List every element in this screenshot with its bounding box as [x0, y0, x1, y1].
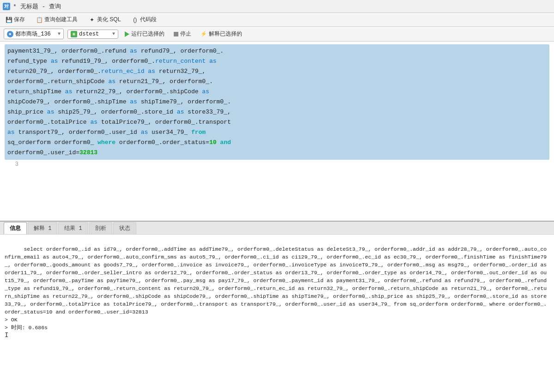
stop-icon — [174, 32, 178, 36]
database-select[interactable]: ▣ dstest ▼ — [67, 30, 118, 39]
sql-editor[interactable]: payment31_79_, orderform0_.refund as ref… — [0, 42, 554, 222]
tab-profile[interactable]: 剖析 — [89, 222, 112, 234]
line-number-3: 3 — [5, 160, 18, 169]
sql-selected-block: payment31_79_, orderform0_.refund as ref… — [5, 44, 549, 160]
db-dropdown-arrow: ▼ — [112, 31, 115, 36]
tab-result[interactable]: 结果 1 — [58, 222, 88, 234]
explain-icon: ⚡ — [201, 31, 207, 37]
server-dropdown-arrow: ▼ — [58, 31, 61, 36]
bottom-tab-bar: 信息 解释 1 结果 1 剖析 状态 — [0, 222, 554, 235]
beautify-icon: ✦ — [89, 17, 95, 23]
query-builder-icon: 📋 — [36, 17, 43, 23]
cursor-indicator: I — [5, 332, 8, 339]
play-icon — [125, 31, 129, 37]
address-bar: ■ 都市商场_136 ▼ ▣ dstest ▼ 运行已选择的 停止 ⚡ 解释已选… — [0, 27, 554, 42]
db-icon: ▣ — [71, 31, 77, 37]
log-area: select orderform0_.id as id79_, orderfor… — [0, 235, 554, 392]
log-query-text: select orderform0_.id as id79_, orderfor… — [5, 246, 550, 315]
code-block-button[interactable]: () 代码段 — [130, 15, 158, 24]
code-icon: () — [132, 17, 138, 23]
query-builder-button[interactable]: 📋 查询创建工具 — [34, 15, 79, 24]
line-3: 3 — [5, 160, 549, 169]
sql-selected-text[interactable]: payment31_79_, orderform0_.refund as ref… — [5, 44, 549, 160]
main-area: payment31_79_, orderform0_.refund as ref… — [0, 42, 554, 392]
explain-button[interactable]: ⚡ 解释已选择的 — [198, 29, 245, 39]
bottom-panel: 信息 解释 1 结果 1 剖析 状态 select orderform0_.id… — [0, 222, 554, 392]
log-time: > 时间: 0.686s — [5, 325, 48, 331]
save-icon: 💾 — [6, 17, 12, 23]
log-ok: > OK — [5, 317, 18, 323]
save-button[interactable]: 💾 保存 — [4, 15, 27, 24]
tab-status[interactable]: 状态 — [113, 222, 136, 234]
server-select[interactable]: ■ 都市商场_136 ▼ — [4, 29, 64, 39]
tab-info[interactable]: 信息 — [4, 222, 27, 234]
stop-button[interactable]: 停止 — [171, 29, 194, 39]
app-icon: 对 — [3, 3, 10, 10]
toolbar: 💾 保存 📋 查询创建工具 ✦ 美化 SQL () 代码段 — [0, 13, 554, 27]
tab-explain[interactable]: 解释 1 — [28, 222, 57, 234]
run-selected-button[interactable]: 运行已选择的 — [122, 29, 167, 39]
beautify-sql-button[interactable]: ✦ 美化 SQL — [87, 15, 122, 24]
window-title: * 无标题 - 查询 — [13, 2, 61, 11]
server-icon: ■ — [7, 31, 13, 37]
title-bar: 对 * 无标题 - 查询 — [0, 0, 554, 13]
